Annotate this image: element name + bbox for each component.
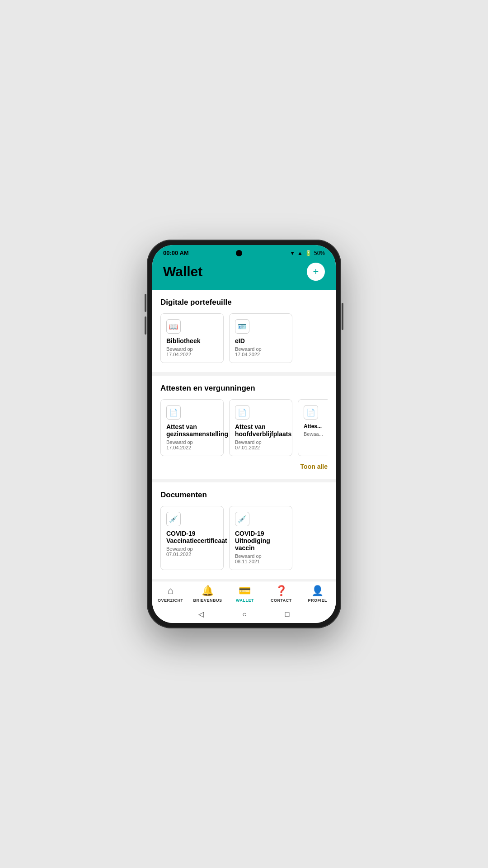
covid-uitnodiging-date: Bewaard op 08.11.2021	[235, 553, 286, 564]
covid-vaccinatie-date: Bewaard op 07.01.2022	[166, 546, 218, 557]
digital-wallet-cards: 📖 Bibliotheek Bewaard op 17.04.2022 🪪 eI…	[160, 313, 328, 364]
toon-alle-container: Toon alle	[160, 462, 328, 471]
gezinssamenstelling-date: Bewaard op 17.04.2022	[166, 439, 218, 450]
wallet-icon: 💳	[239, 585, 251, 597]
eid-icon: 🪪	[235, 319, 249, 334]
covid-uitnodiging-name: COVID-19 Uitnodiging vaccin	[235, 530, 286, 552]
phone-frame: 00:00 AM ▼ ▲ 🔋 50% Wallet + Digitale por…	[147, 240, 341, 628]
partial-attest-card[interactable]: 📄 Attes... Bewaa...	[298, 399, 328, 456]
phone-screen: 00:00 AM ▼ ▲ 🔋 50% Wallet + Digitale por…	[152, 245, 336, 623]
covid-vaccinatie-card[interactable]: 💉 COVID-19 Vaccinatiecertificaat Bewaard…	[160, 506, 224, 570]
bibliotheek-card[interactable]: 📖 Bibliotheek Bewaard op 17.04.2022	[160, 313, 224, 363]
partial-attest-icon: 📄	[304, 405, 318, 420]
partial-attest-name: Attes...	[304, 423, 328, 429]
add-button[interactable]: +	[307, 263, 325, 281]
digital-wallet-title: Digitale portefeuille	[160, 298, 328, 307]
eid-name: eID	[235, 337, 286, 344]
bibliotheek-icon: 📖	[166, 319, 181, 334]
back-button[interactable]: ◁	[198, 610, 204, 618]
question-icon: ❓	[275, 585, 287, 597]
nav-label-brievenbus: BRIEVENBUS	[193, 598, 222, 603]
nav-item-overzicht[interactable]: ⌂ OVERZICHT	[157, 585, 184, 603]
gezinssamenstelling-icon: 📄	[166, 405, 181, 420]
documents-cards: 💉 COVID-19 Vaccinatiecertificaat Bewaard…	[160, 506, 328, 571]
bell-icon: 🔔	[202, 585, 214, 597]
battery-percent: 50%	[314, 250, 325, 256]
hoofdverblijfplaats-date: Bewaard op 07.01.2022	[235, 439, 286, 450]
covid-uitnodiging-card[interactable]: 💉 COVID-19 Uitnodiging vaccin Bewaard op…	[229, 506, 292, 570]
digital-wallet-section: Digitale portefeuille 📖 Bibliotheek Bewa…	[152, 290, 336, 372]
hoofdverblijfplaats-icon: 📄	[235, 405, 249, 420]
bibliotheek-name: Bibliotheek	[166, 337, 218, 344]
status-time: 00:00 AM	[163, 250, 189, 256]
nav-label-overzicht: OVERZICHT	[158, 598, 183, 603]
nav-item-profiel[interactable]: 👤 PROFIEL	[304, 585, 331, 603]
nav-item-contact[interactable]: ❓ CONTACT	[267, 585, 295, 603]
gezinssamenstelling-card[interactable]: 📄 Attest van gezinssamenstelling Bewaard…	[160, 399, 224, 456]
attests-title: Attesten en vergunningen	[160, 384, 328, 393]
main-content: Digitale portefeuille 📖 Bibliotheek Bewa…	[152, 290, 336, 581]
documents-section: Documenten 💉 COVID-19 Vaccinatiecertific…	[152, 482, 336, 579]
partial-attest-date: Bewaa...	[304, 431, 328, 437]
battery-icon: 🔋	[305, 250, 312, 256]
signal-icon: ▲	[297, 250, 303, 256]
camera-notch	[236, 250, 242, 256]
bottom-nav: ⌂ OVERZICHT 🔔 BRIEVENBUS 💳 WALLET ❓ CONT…	[152, 581, 336, 605]
covid-vaccinatie-icon: 💉	[166, 512, 181, 526]
documents-title: Documenten	[160, 491, 328, 500]
volume-up-button[interactable]	[145, 294, 146, 312]
attests-section: Attesten en vergunningen 📄 Attest van ge…	[152, 376, 336, 479]
covid-uitnodiging-icon: 💉	[235, 512, 249, 526]
toon-alle-link[interactable]: Toon alle	[300, 463, 328, 470]
status-bar: 00:00 AM ▼ ▲ 🔋 50%	[152, 245, 336, 259]
status-icons: ▼ ▲ 🔋 50%	[290, 250, 325, 256]
bibliotheek-date: Bewaard op 17.04.2022	[166, 346, 218, 357]
attests-cards: 📄 Attest van gezinssamenstelling Bewaard…	[160, 399, 328, 457]
hoofdverblijfplaats-card[interactable]: 📄 Attest van hoofdverblijfplaats Bewaard…	[229, 399, 292, 456]
eid-card[interactable]: 🪪 eID Bewaard op 17.04.2022	[229, 313, 292, 363]
android-nav-bar: ◁ ○ □	[152, 605, 336, 623]
wifi-icon: ▼	[290, 250, 295, 256]
page-title: Wallet	[163, 264, 202, 279]
person-icon: 👤	[311, 585, 324, 597]
covid-vaccinatie-name: COVID-19 Vaccinatiecertificaat	[166, 530, 218, 544]
home-button[interactable]: ○	[242, 610, 247, 618]
nav-label-profiel: PROFIEL	[308, 598, 328, 603]
nav-item-brievenbus[interactable]: 🔔 BRIEVENBUS	[193, 585, 222, 603]
nav-label-wallet: WALLET	[236, 598, 254, 603]
recents-button[interactable]: □	[285, 610, 290, 618]
nav-label-contact: CONTACT	[271, 598, 292, 603]
gezinssamenstelling-name: Attest van gezinssamenstelling	[166, 423, 218, 438]
hoofdverblijfplaats-name: Attest van hoofdverblijfplaats	[235, 423, 286, 438]
eid-date: Bewaard op 17.04.2022	[235, 346, 286, 357]
header: Wallet +	[152, 259, 336, 290]
nav-item-wallet[interactable]: 💳 WALLET	[231, 585, 258, 603]
volume-down-button[interactable]	[145, 316, 146, 335]
power-button[interactable]	[342, 303, 343, 330]
home-icon: ⌂	[168, 585, 174, 597]
